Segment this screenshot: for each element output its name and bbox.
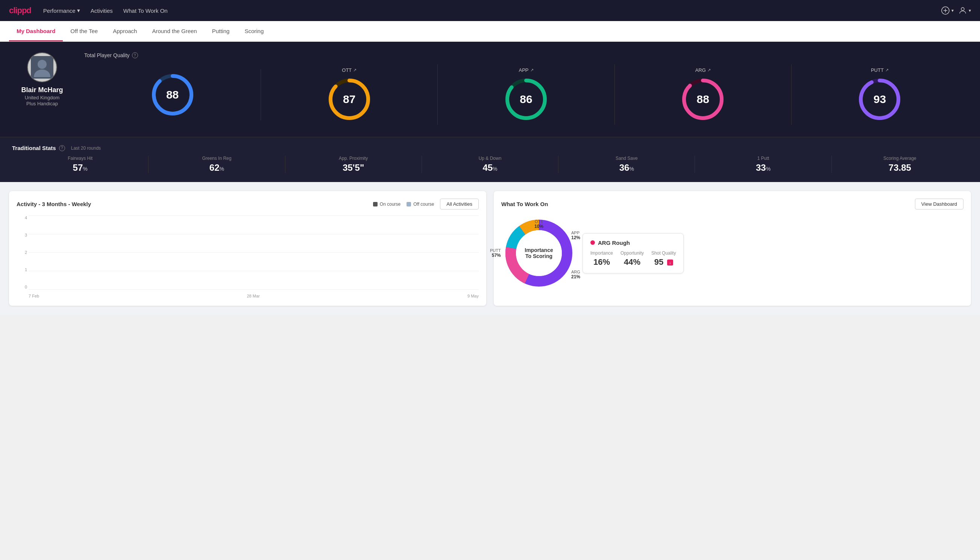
tab-my-dashboard[interactable]: My Dashboard [9, 21, 63, 42]
app-ring: 86 [504, 77, 549, 122]
circle-putt: PUTT ↗ 93 [792, 64, 968, 125]
info-card: ARG Rough Importance 16% Opportunity 44%… [582, 233, 684, 273]
putt-label: PUTT ↗ [871, 67, 888, 73]
bars-area [28, 215, 479, 289]
player-handicap: Plus Handicap [26, 101, 58, 107]
stat-fairways-hit: Fairways Hit 57% [12, 156, 148, 173]
circle-app: APP ↗ 86 [438, 64, 614, 125]
info-card-title: ARG Rough [591, 240, 676, 246]
svg-point-3 [961, 8, 964, 10]
arg-label-donut: ARG 21% [571, 270, 580, 280]
tab-off-the-tee[interactable]: Off the Tee [63, 21, 105, 42]
activity-chart-card: Activity - 3 Months - Weekly On course O… [9, 191, 486, 306]
user-button[interactable]: ▾ [958, 6, 971, 15]
tpq-ring: 88 [150, 72, 195, 117]
work-title: What To Work On [501, 201, 548, 207]
donut-center: Importance To Scoring [524, 247, 553, 259]
legend-on-course-dot [373, 202, 378, 207]
app-logo: clippd [9, 6, 31, 15]
donut-chart: Importance To Scoring OTT 10% APP 12% AR… [501, 215, 576, 291]
metric-shot-quality: Shot Quality 95 ↓ [651, 250, 676, 267]
quality-circles: 88 OTT ↗ 87 [84, 64, 968, 125]
circle-tpq: 88 [84, 69, 261, 120]
work-on-card: What To Work On View Dashboard [494, 191, 971, 306]
avatar [27, 52, 57, 82]
player-name: Blair McHarg [21, 86, 63, 94]
tab-around-the-green[interactable]: Around the Green [145, 21, 204, 42]
stats-row: Fairways Hit 57% Greens In Reg 62% App. … [12, 156, 968, 173]
stat-app-proximity: App. Proximity 35'5" [285, 156, 422, 173]
ott-value: 87 [343, 93, 355, 106]
all-activities-button[interactable]: All Activities [440, 198, 479, 210]
quality-section: Total Player Quality ? 88 [84, 52, 968, 125]
arg-value: 88 [697, 93, 709, 106]
metric-opportunity: Opportunity 44% [621, 250, 644, 267]
x-axis: 7 Feb 28 Mar 9 May [28, 294, 479, 298]
circle-ott: OTT ↗ 87 [261, 64, 438, 125]
ott-label: OTT ↗ [342, 67, 356, 73]
info-metrics: Importance 16% Opportunity 44% Shot Qual… [591, 250, 676, 267]
grid-line-0 [28, 289, 479, 290]
chart-legend: On course Off course [373, 202, 434, 207]
ott-ring: 87 [327, 77, 372, 122]
work-header: What To Work On View Dashboard [501, 198, 963, 210]
stat-up-and-down: Up & Down 45% [422, 156, 559, 173]
tpq-value: 88 [166, 88, 179, 101]
grid-area [28, 215, 479, 289]
add-button[interactable]: ▾ [941, 6, 954, 15]
nav-activities[interactable]: Activities [91, 8, 113, 14]
app-label-donut: APP 12% [571, 230, 580, 240]
player-country: United Kingdom [25, 95, 60, 100]
nav-icons: ▾ ▾ [941, 6, 971, 15]
traditional-stats: Traditional Stats ? Last 20 rounds Fairw… [0, 137, 980, 182]
putt-label-donut: PUTT 57% [490, 248, 501, 258]
donut-center-line1: Importance [524, 247, 553, 253]
nav-links: Performance ▾ Activities What To Work On [43, 7, 929, 14]
putt-value: 93 [874, 93, 886, 106]
nav-what-to-work-on[interactable]: What To Work On [123, 8, 168, 14]
arg-ring: 88 [680, 77, 725, 122]
trad-stats-subtitle: Last 20 rounds [71, 145, 101, 151]
svg-point-5 [38, 60, 47, 69]
bottom-section: Activity - 3 Months - Weekly On course O… [0, 182, 980, 315]
tab-putting[interactable]: Putting [205, 21, 237, 42]
shot-quality-badge: ↓ [667, 260, 673, 265]
putt-ring: 93 [857, 77, 902, 122]
stat-greens-in-reg: Greens In Reg 62% [148, 156, 285, 173]
player-info: Blair McHarg United Kingdom Plus Handica… [12, 52, 72, 107]
top-navigation: clippd Performance ▾ Activities What To … [0, 0, 980, 21]
x-label-may: 9 May [468, 294, 479, 298]
chart-header: Activity - 3 Months - Weekly On course O… [17, 198, 479, 210]
tab-bar: My Dashboard Off the Tee Approach Around… [0, 21, 980, 42]
stat-1-putt: 1 Putt 33% [695, 156, 832, 173]
nav-performance[interactable]: Performance ▾ [43, 7, 80, 14]
app-value: 86 [520, 93, 532, 106]
work-content: Importance To Scoring OTT 10% APP 12% AR… [501, 215, 963, 291]
tab-scoring[interactable]: Scoring [237, 21, 271, 42]
donut-center-line2: To Scoring [524, 253, 553, 259]
quality-help-icon[interactable]: ? [132, 52, 138, 58]
stat-sand-save: Sand Save 36% [559, 156, 695, 173]
legend-off-course-dot [406, 202, 411, 207]
legend-off-course: Off course [406, 202, 434, 207]
ott-label: OTT 10% [534, 219, 543, 229]
chart-area: 4 3 2 1 0 [17, 215, 479, 298]
metric-importance: Importance 16% [591, 250, 613, 267]
hero-section: Blair McHarg United Kingdom Plus Handica… [0, 42, 980, 137]
trad-stats-title: Traditional Stats [12, 145, 56, 151]
circle-arg: ARG ↗ 88 [615, 64, 792, 125]
chart-title: Activity - 3 Months - Weekly [17, 201, 91, 207]
arg-label: ARG ↗ [695, 67, 711, 73]
x-label-feb: 7 Feb [28, 294, 39, 298]
stat-scoring-average: Scoring Average 73.85 [832, 156, 968, 173]
tab-approach[interactable]: Approach [105, 21, 145, 42]
x-label-mar: 28 Mar [247, 294, 260, 298]
info-dot [591, 240, 595, 245]
trad-stats-help-icon[interactable]: ? [59, 145, 65, 151]
quality-title: Total Player Quality ? [84, 52, 968, 58]
app-label: APP ↗ [519, 67, 534, 73]
view-dashboard-button[interactable]: View Dashboard [915, 198, 963, 210]
y-axis: 4 3 2 1 0 [17, 215, 27, 289]
legend-on-course: On course [373, 202, 401, 207]
